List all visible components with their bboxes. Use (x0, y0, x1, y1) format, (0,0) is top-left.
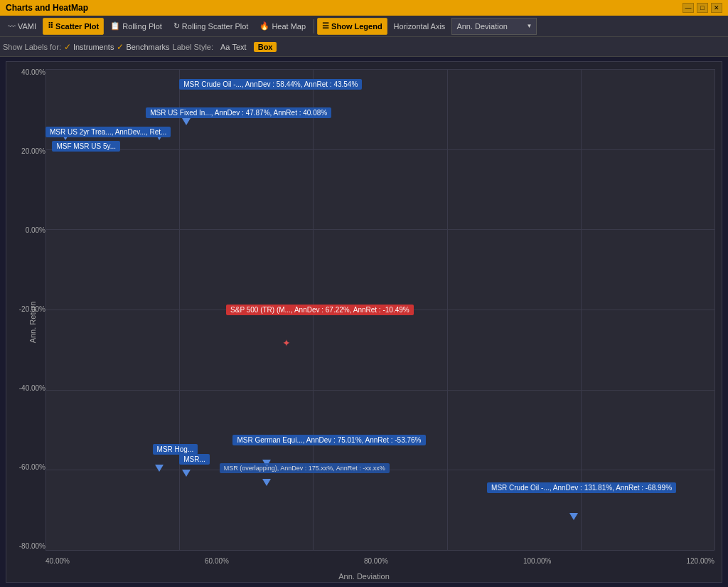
vami-button[interactable]: 〰 VAMI (3, 18, 41, 35)
box-style-button[interactable]: Box (254, 42, 277, 52)
label-style-label: Label Style: (173, 43, 213, 51)
grid-h-6 (46, 550, 714, 551)
grid-h-1 (46, 149, 714, 150)
y-label-6: -80.00% (19, 543, 46, 550)
point-msr-us-fixed[interactable] (155, 133, 164, 140)
star-icon: ✦ (282, 337, 291, 349)
close-button[interactable]: ✕ (711, 3, 722, 13)
point-sp500[interactable]: ✦ (282, 337, 291, 349)
grid-v-1 (179, 69, 180, 550)
grid-v-2 (313, 69, 314, 550)
triangle-icon-6 (155, 465, 164, 472)
grid-h-3 (46, 310, 714, 310)
y-label-3: -20.00% (19, 306, 46, 313)
horizontal-axis-button[interactable]: Horizontal Axis (389, 18, 451, 35)
tooltip-msr-us-fixed: MSR US Fixed In..., AnnDev : 47.87%, Ann… (146, 107, 331, 118)
benchmarks-check[interactable]: ✓ Benchmarks (117, 42, 169, 52)
tooltip-msr-overlap: MSR... (179, 454, 210, 465)
heatmap-label: Heat Map (272, 22, 306, 31)
grid-v-4 (581, 69, 582, 550)
axis-dropdown[interactable]: Ann. Deviation ▼ (451, 18, 537, 35)
show-legend-button[interactable]: ☰ Show Legend (317, 18, 387, 35)
x-label-1: 60.00% (205, 557, 229, 565)
tooltip-msr-crude-top: MSR Crude Oil -..., AnnDev : 58.44%, Ann… (179, 79, 362, 90)
title-bar: Charts and HeatMap — □ ✕ (0, 0, 728, 16)
x-label-0: 40.00% (46, 557, 70, 565)
benchmarks-check-icon: ✓ (117, 42, 124, 52)
heat-map-button[interactable]: 🔥 Heat Map (255, 18, 311, 35)
rolling-plot-button[interactable]: 📋 Rolling Plot (105, 18, 167, 35)
point-msr-crude-top[interactable] (182, 118, 191, 125)
point-msr-us-2yr[interactable] (61, 133, 70, 140)
rolling-scatter-icon: ↻ (173, 21, 180, 31)
instruments-check[interactable]: ✓ Instruments (64, 42, 114, 52)
tooltip-msr-german: MSR German Equi..., AnnDev : 75.01%, Ann… (232, 435, 425, 445)
grid-v-3 (447, 69, 448, 550)
chart-container: Ann. Return 40.00% 20.00% 0.00% -20.00% … (6, 61, 722, 583)
box-label: Box (258, 43, 273, 51)
main-toolbar: 〰 VAMI ⠿ Scatter Plot 📋 Rolling Plot ↻ R… (0, 16, 728, 37)
chart-plot-area: MSR Crude Oil -..., AnnDev : 58.44%, Ann… (46, 69, 714, 550)
point-msr-hog[interactable] (155, 465, 164, 472)
window-controls[interactable]: — □ ✕ (682, 3, 722, 13)
secondary-toolbar: Show Labels for: ✓ Instruments ✓ Benchma… (0, 37, 728, 57)
point-msr-overlap2[interactable] (262, 479, 271, 486)
point-msf-us-5y[interactable] (75, 142, 83, 149)
triangle-icon-7 (182, 470, 191, 477)
y-label-0: 40.00% (21, 69, 46, 76)
heatmap-icon: 🔥 (259, 21, 269, 31)
maximize-button[interactable]: □ (697, 3, 708, 13)
point-msr-german[interactable] (262, 460, 271, 467)
scatter-label: Scatter Plot (55, 22, 99, 31)
x-label-2: 80.00% (364, 557, 388, 565)
grid-h-0 (46, 69, 714, 70)
scatter-icon: ⠿ (48, 21, 53, 31)
rolling-label: Rolling Plot (122, 22, 162, 31)
tooltip-msf-us-5y: MSF MSR US 5y... (52, 141, 120, 152)
app-title: Charts and HeatMap (6, 3, 88, 13)
triangle-icon-5 (262, 460, 271, 467)
x-axis-title: Ann. Deviation (338, 572, 390, 581)
triangle-icon-9 (569, 513, 578, 520)
point-msr-overlap[interactable] (182, 470, 191, 477)
tooltip-msr-overlap2: MSR (overlapping), AnnDev : 175.xx%, Ann… (220, 463, 390, 473)
show-labels-label: Show Labels for: (3, 43, 61, 51)
text-aa-icon: Aa (220, 43, 230, 51)
dropdown-arrow-icon: ▼ (526, 23, 532, 29)
text-style-button[interactable]: Aa Text (216, 41, 251, 53)
tooltip-msr-crude-bottom: MSR Crude Oil -..., AnnDev : 131.81%, An… (487, 482, 676, 493)
x-label-4: 120.00% (687, 557, 714, 565)
grid-h-4 (46, 390, 714, 391)
grid-v-0 (46, 69, 46, 550)
grid-h-5 (46, 470, 714, 470)
y-label-5: -60.00% (19, 464, 46, 471)
tooltip-msr-hog: MSR Hog... (153, 444, 198, 455)
triangle-icon-8 (262, 479, 271, 486)
y-label-1: 20.00% (21, 148, 46, 155)
rolling-scatter-label: Rolling Scatter Plot (182, 22, 249, 31)
grid-h-2 (46, 229, 714, 230)
vami-label: VAMI (18, 22, 36, 31)
triangle-icon (182, 118, 191, 125)
text-style-label: Text (232, 43, 247, 51)
haxis-label: Horizontal Axis (394, 22, 446, 31)
legend-icon: ☰ (322, 21, 329, 31)
scatter-plot-button[interactable]: ⠿ Scatter Plot (43, 18, 104, 35)
dropdown-label: Ann. Deviation (456, 22, 508, 31)
triangle-icon-4 (75, 142, 83, 149)
instruments-label: Instruments (73, 43, 114, 51)
instruments-check-icon: ✓ (64, 42, 71, 52)
rolling-scatter-button[interactable]: ↻ Rolling Scatter Plot (168, 18, 254, 35)
x-label-3: 100.00% (523, 557, 551, 565)
triangle-icon-3 (61, 133, 70, 140)
minimize-button[interactable]: — (682, 3, 694, 13)
benchmarks-label: Benchmarks (126, 43, 169, 51)
rolling-icon: 📋 (110, 21, 120, 31)
vami-icon: 〰 (8, 22, 16, 31)
triangle-icon-2 (155, 133, 164, 140)
grid-v-5 (714, 69, 715, 550)
y-label-2: 0.00% (26, 227, 46, 234)
point-msr-crude-bottom[interactable] (569, 513, 578, 520)
y-label-4: -40.00% (19, 385, 46, 392)
separator-1 (314, 19, 314, 33)
